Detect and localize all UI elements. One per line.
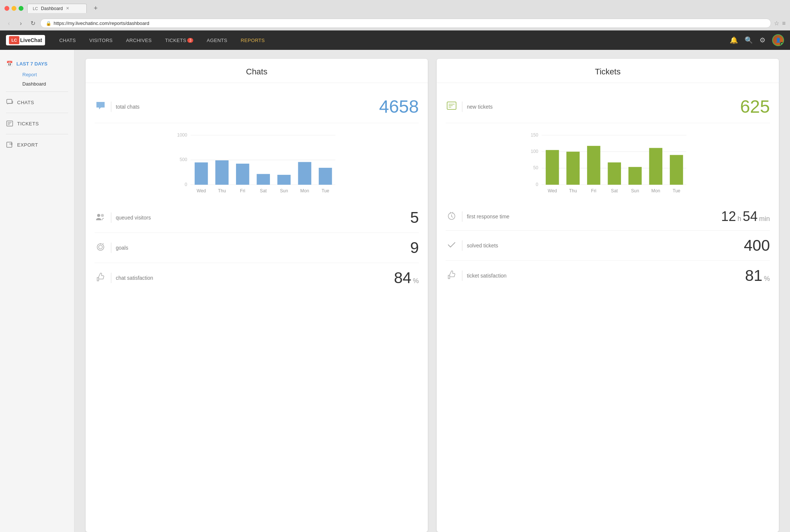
svg-rect-46 (628, 167, 642, 185)
chats-chart-svg: 1000 500 0 (101, 127, 413, 201)
divider (462, 102, 462, 112)
sidebar: 📅 LAST 7 DAYS Report Dashboard CHATS (0, 50, 74, 532)
online-status-dot (780, 42, 784, 46)
svg-rect-48 (670, 155, 683, 185)
svg-rect-14 (236, 164, 249, 185)
ticket-satisfaction-label: ticket satisfaction (467, 273, 740, 279)
sidebar-nav-chats[interactable]: CHATS (0, 95, 74, 110)
goals-icon (95, 243, 106, 253)
forward-button[interactable]: › (16, 19, 25, 28)
sidebar-sub-menu: Report Dashboard (0, 70, 74, 89)
first-response-minutes: 54 (743, 209, 758, 224)
svg-rect-17 (298, 162, 312, 185)
sidebar-item-last7days[interactable]: 📅 LAST 7 DAYS (0, 57, 74, 70)
tickets-chart: 150 100 50 0 (446, 123, 770, 203)
divider (111, 102, 111, 112)
calendar-icon: 📅 (6, 60, 13, 67)
chat-satisfaction-value: 84 (394, 269, 411, 287)
export-nav-icon (6, 141, 13, 148)
first-response-value-group: 12 h 54 min (721, 209, 770, 224)
maximize-dot[interactable] (19, 6, 23, 11)
address-bar[interactable]: 🔒 https://my.livechatinc.com/reports/das… (40, 19, 771, 28)
menu-button[interactable]: ≡ (782, 20, 786, 27)
bookmark-button[interactable]: ☆ (774, 20, 779, 27)
svg-text:Thu: Thu (218, 188, 226, 193)
goals-label: goals (116, 245, 406, 251)
avatar-initial: 👤 (775, 38, 781, 43)
first-response-hours: 12 (721, 209, 736, 224)
avatar[interactable]: 👤 (772, 34, 784, 46)
tickets-chart-svg: 150 100 50 0 (452, 127, 764, 201)
sidebar-nav-export[interactable]: EXPORT (0, 137, 74, 152)
divider (111, 212, 111, 223)
refresh-button[interactable]: ↻ (28, 19, 37, 28)
sidebar-item-dashboard[interactable]: Dashboard (16, 79, 74, 89)
sidebar-chats-label: CHATS (17, 100, 34, 105)
new-tab-button[interactable]: + (90, 3, 101, 13)
tickets-badge: 3 (187, 38, 193, 43)
total-chats-row: total chats 4658 (95, 90, 419, 123)
new-tickets-value: 625 (740, 96, 770, 117)
browser-chrome: LC Dashboard ✕ + ‹ › ↻ 🔒 https://my.live… (0, 0, 790, 31)
sidebar-period-label: LAST 7 DAYS (16, 61, 47, 67)
notifications-button[interactable]: 🔔 (730, 36, 738, 44)
minimize-dot[interactable] (12, 6, 16, 11)
chat-satisfaction-row: chat satisfaction 84 % (95, 263, 419, 293)
logo-text: LiveChat (20, 37, 42, 43)
svg-text:Thu: Thu (569, 188, 577, 193)
thumbsup-icon (95, 273, 106, 283)
svg-rect-18 (319, 168, 332, 185)
nav-item-visitors[interactable]: VISITORS (83, 31, 120, 50)
svg-point-29 (99, 245, 102, 249)
first-response-label: first response time (467, 214, 717, 219)
tickets-card: Tickets new tickets 625 (437, 59, 779, 532)
solved-tickets-row: solved tickets 400 (446, 231, 770, 261)
svg-point-28 (97, 244, 104, 250)
back-button[interactable]: ‹ (4, 19, 13, 28)
nav-item-tickets[interactable]: TICKETS 3 (158, 31, 200, 50)
close-dot[interactable] (4, 6, 9, 11)
main-layout: 📅 LAST 7 DAYS Report Dashboard CHATS (0, 50, 790, 532)
chats-chart: 1000 500 0 (95, 123, 419, 203)
sidebar-export-label: EXPORT (17, 142, 38, 148)
divider (111, 273, 111, 283)
window-controls (4, 6, 23, 11)
chat-bubble-icon (95, 101, 106, 112)
sidebar-divider-2 (6, 113, 68, 113)
sidebar-item-report[interactable]: Report (16, 70, 74, 79)
chat-satisfaction-label: chat satisfaction (116, 275, 389, 281)
settings-button[interactable]: ⚙ (759, 36, 765, 44)
svg-rect-42 (546, 150, 559, 185)
chat-satisfaction-value-group: 84 % (394, 269, 419, 287)
ticket-satisfaction-row: ticket satisfaction 81 % (446, 261, 770, 291)
svg-text:500: 500 (179, 157, 187, 162)
svg-text:Mon: Mon (651, 188, 660, 193)
svg-text:0: 0 (536, 182, 538, 187)
svg-point-27 (101, 214, 104, 217)
nav-items: CHATS VISITORS ARCHIVES TICKETS 3 AGENTS… (52, 31, 730, 50)
browser-tab[interactable]: LC Dashboard ✕ (27, 4, 87, 13)
logo[interactable]: LC LiveChat (6, 35, 45, 45)
tab-close-button[interactable]: ✕ (66, 6, 69, 11)
nav-item-chats[interactable]: CHATS (52, 31, 83, 50)
chats-card-title: Chats (86, 59, 428, 83)
tickets-card-title: Tickets (437, 59, 779, 83)
sidebar-divider-3 (6, 134, 68, 134)
nav-item-agents[interactable]: AGENTS (200, 31, 234, 50)
chat-satisfaction-unit: % (413, 277, 419, 285)
first-response-row: first response time 12 h 54 min (446, 203, 770, 231)
nav-item-reports[interactable]: REPORTS (234, 31, 272, 50)
svg-rect-13 (215, 160, 229, 185)
svg-rect-0 (7, 99, 12, 103)
new-tickets-label: new tickets (467, 104, 736, 110)
search-button[interactable]: 🔍 (745, 36, 753, 44)
clock-icon (446, 211, 458, 222)
sidebar-nav-tickets[interactable]: TICKETS (0, 116, 74, 131)
total-chats-label: total chats (116, 104, 375, 110)
tab-title: Dashboard (41, 6, 63, 11)
svg-text:Sun: Sun (280, 188, 288, 193)
svg-rect-12 (195, 163, 208, 185)
thumbsup-ticket-icon (446, 270, 458, 281)
nav-item-archives[interactable]: ARCHIVES (120, 31, 159, 50)
nav-actions: 🔔 🔍 ⚙ 👤 (730, 34, 784, 46)
